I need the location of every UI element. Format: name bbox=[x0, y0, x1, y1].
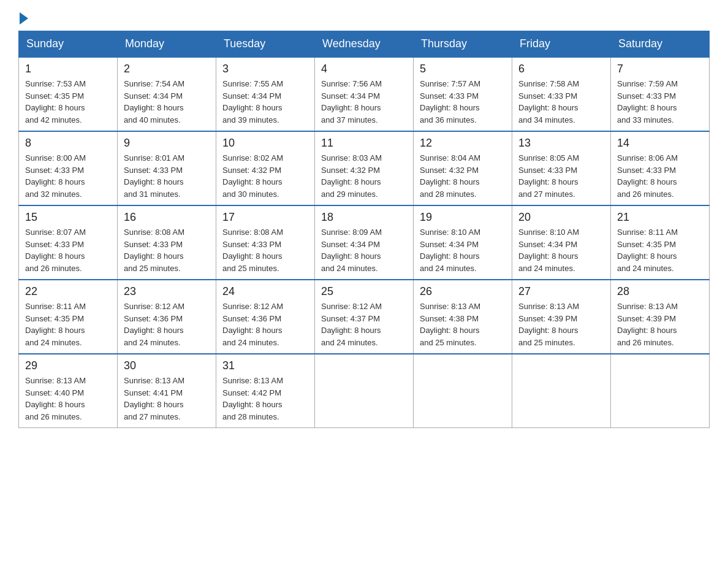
weekday-header-wednesday: Wednesday bbox=[315, 31, 414, 58]
day-info-19: Sunrise: 8:10 AMSunset: 4:34 PMDaylight:… bbox=[420, 226, 506, 274]
day-cell-10: 10Sunrise: 8:02 AMSunset: 4:32 PMDayligh… bbox=[216, 131, 315, 205]
day-cell-5: 5Sunrise: 7:57 AMSunset: 4:33 PMDaylight… bbox=[414, 57, 512, 131]
day-cell-12: 12Sunrise: 8:04 AMSunset: 4:32 PMDayligh… bbox=[414, 131, 512, 205]
calendar-body: 1Sunrise: 7:53 AMSunset: 4:35 PMDaylight… bbox=[19, 57, 710, 428]
day-cell-1: 1Sunrise: 7:53 AMSunset: 4:35 PMDaylight… bbox=[19, 57, 118, 131]
weekday-header-monday: Monday bbox=[118, 31, 216, 58]
day-cell-6: 6Sunrise: 7:58 AMSunset: 4:33 PMDaylight… bbox=[512, 57, 611, 131]
day-cell-14: 14Sunrise: 8:06 AMSunset: 4:33 PMDayligh… bbox=[611, 131, 710, 205]
day-cell-18: 18Sunrise: 8:09 AMSunset: 4:34 PMDayligh… bbox=[315, 205, 414, 280]
day-cell-17: 17Sunrise: 8:08 AMSunset: 4:33 PMDayligh… bbox=[216, 205, 315, 280]
weekday-header-sunday: Sunday bbox=[19, 31, 118, 58]
day-number-28: 28 bbox=[617, 285, 703, 298]
day-cell-27: 27Sunrise: 8:13 AMSunset: 4:39 PMDayligh… bbox=[512, 280, 611, 354]
day-number-30: 30 bbox=[124, 359, 210, 372]
day-info-13: Sunrise: 8:05 AMSunset: 4:33 PMDaylight:… bbox=[518, 152, 604, 200]
calendar-header: SundayMondayTuesdayWednesdayThursdayFrid… bbox=[19, 31, 710, 58]
weekday-header-tuesday: Tuesday bbox=[216, 31, 315, 58]
day-number-1: 1 bbox=[25, 63, 111, 75]
weekday-header-thursday: Thursday bbox=[414, 31, 512, 58]
calendar-table: SundayMondayTuesdayWednesdayThursdayFrid… bbox=[18, 31, 710, 428]
day-info-24: Sunrise: 8:12 AMSunset: 4:36 PMDaylight:… bbox=[222, 301, 308, 348]
week-row-5: 29Sunrise: 8:13 AMSunset: 4:40 PMDayligh… bbox=[19, 354, 710, 428]
day-info-18: Sunrise: 8:09 AMSunset: 4:34 PMDaylight:… bbox=[321, 226, 407, 274]
day-cell-19: 19Sunrise: 8:10 AMSunset: 4:34 PMDayligh… bbox=[414, 205, 512, 280]
day-number-5: 5 bbox=[420, 63, 506, 75]
day-cell-2: 2Sunrise: 7:54 AMSunset: 4:34 PMDaylight… bbox=[118, 57, 216, 131]
day-info-12: Sunrise: 8:04 AMSunset: 4:32 PMDaylight:… bbox=[420, 152, 506, 200]
day-number-16: 16 bbox=[124, 211, 210, 224]
day-number-21: 21 bbox=[617, 211, 703, 224]
day-number-29: 29 bbox=[25, 359, 111, 372]
day-info-21: Sunrise: 8:11 AMSunset: 4:35 PMDaylight:… bbox=[617, 226, 703, 274]
day-cell-7: 7Sunrise: 7:59 AMSunset: 4:33 PMDaylight… bbox=[611, 57, 710, 131]
day-number-14: 14 bbox=[617, 137, 703, 150]
day-number-6: 6 bbox=[518, 63, 604, 75]
day-info-1: Sunrise: 7:53 AMSunset: 4:35 PMDaylight:… bbox=[25, 78, 111, 126]
day-number-11: 11 bbox=[321, 137, 407, 150]
day-info-11: Sunrise: 8:03 AMSunset: 4:32 PMDaylight:… bbox=[321, 152, 407, 200]
week-row-4: 22Sunrise: 8:11 AMSunset: 4:35 PMDayligh… bbox=[19, 280, 710, 354]
day-number-13: 13 bbox=[518, 137, 604, 150]
day-info-9: Sunrise: 8:01 AMSunset: 4:33 PMDaylight:… bbox=[124, 152, 210, 200]
day-cell-3: 3Sunrise: 7:55 AMSunset: 4:34 PMDaylight… bbox=[216, 57, 315, 131]
day-cell-30: 30Sunrise: 8:13 AMSunset: 4:41 PMDayligh… bbox=[118, 354, 216, 428]
weekday-header-saturday: Saturday bbox=[611, 31, 710, 58]
day-number-19: 19 bbox=[420, 211, 506, 224]
day-info-26: Sunrise: 8:13 AMSunset: 4:38 PMDaylight:… bbox=[420, 301, 506, 348]
day-cell-8: 8Sunrise: 8:00 AMSunset: 4:33 PMDaylight… bbox=[19, 131, 118, 205]
day-info-6: Sunrise: 7:58 AMSunset: 4:33 PMDaylight:… bbox=[518, 78, 604, 126]
day-number-3: 3 bbox=[222, 63, 308, 75]
day-cell-29: 29Sunrise: 8:13 AMSunset: 4:40 PMDayligh… bbox=[19, 354, 118, 428]
day-number-4: 4 bbox=[321, 63, 407, 75]
day-number-26: 26 bbox=[420, 285, 506, 298]
day-number-23: 23 bbox=[124, 285, 210, 298]
week-row-1: 1Sunrise: 7:53 AMSunset: 4:35 PMDaylight… bbox=[19, 57, 710, 131]
day-info-3: Sunrise: 7:55 AMSunset: 4:34 PMDaylight:… bbox=[222, 78, 308, 126]
logo-arrow-icon bbox=[20, 12, 28, 25]
day-cell-11: 11Sunrise: 8:03 AMSunset: 4:32 PMDayligh… bbox=[315, 131, 414, 205]
day-info-23: Sunrise: 8:12 AMSunset: 4:36 PMDaylight:… bbox=[124, 301, 210, 348]
day-info-15: Sunrise: 8:07 AMSunset: 4:33 PMDaylight:… bbox=[25, 226, 111, 274]
day-info-4: Sunrise: 7:56 AMSunset: 4:34 PMDaylight:… bbox=[321, 78, 407, 126]
day-number-17: 17 bbox=[222, 211, 308, 224]
empty-cell-4-6 bbox=[611, 354, 710, 428]
weekday-header-row: SundayMondayTuesdayWednesdayThursdayFrid… bbox=[19, 31, 710, 58]
week-row-2: 8Sunrise: 8:00 AMSunset: 4:33 PMDaylight… bbox=[19, 131, 710, 205]
day-info-17: Sunrise: 8:08 AMSunset: 4:33 PMDaylight:… bbox=[222, 226, 308, 274]
day-number-12: 12 bbox=[420, 137, 506, 150]
day-number-10: 10 bbox=[222, 137, 308, 150]
day-cell-25: 25Sunrise: 8:12 AMSunset: 4:37 PMDayligh… bbox=[315, 280, 414, 354]
day-info-10: Sunrise: 8:02 AMSunset: 4:32 PMDaylight:… bbox=[222, 152, 308, 200]
day-info-14: Sunrise: 8:06 AMSunset: 4:33 PMDaylight:… bbox=[617, 152, 703, 200]
weekday-header-friday: Friday bbox=[512, 31, 611, 58]
day-number-31: 31 bbox=[222, 359, 308, 372]
day-cell-22: 22Sunrise: 8:11 AMSunset: 4:35 PMDayligh… bbox=[19, 280, 118, 354]
day-info-25: Sunrise: 8:12 AMSunset: 4:37 PMDaylight:… bbox=[321, 301, 407, 348]
page-header bbox=[18, 12, 710, 25]
logo bbox=[18, 12, 29, 25]
day-info-16: Sunrise: 8:08 AMSunset: 4:33 PMDaylight:… bbox=[124, 226, 210, 274]
day-cell-16: 16Sunrise: 8:08 AMSunset: 4:33 PMDayligh… bbox=[118, 205, 216, 280]
day-number-27: 27 bbox=[518, 285, 604, 298]
day-info-7: Sunrise: 7:59 AMSunset: 4:33 PMDaylight:… bbox=[617, 78, 703, 126]
day-info-20: Sunrise: 8:10 AMSunset: 4:34 PMDaylight:… bbox=[518, 226, 604, 274]
day-info-28: Sunrise: 8:13 AMSunset: 4:39 PMDaylight:… bbox=[617, 301, 703, 348]
empty-cell-4-3 bbox=[315, 354, 414, 428]
day-number-2: 2 bbox=[124, 63, 210, 75]
day-info-29: Sunrise: 8:13 AMSunset: 4:40 PMDaylight:… bbox=[25, 375, 111, 423]
day-number-22: 22 bbox=[25, 285, 111, 298]
day-number-7: 7 bbox=[617, 63, 703, 75]
day-cell-15: 15Sunrise: 8:07 AMSunset: 4:33 PMDayligh… bbox=[19, 205, 118, 280]
day-number-24: 24 bbox=[222, 285, 308, 298]
day-cell-21: 21Sunrise: 8:11 AMSunset: 4:35 PMDayligh… bbox=[611, 205, 710, 280]
empty-cell-4-4 bbox=[414, 354, 512, 428]
day-cell-28: 28Sunrise: 8:13 AMSunset: 4:39 PMDayligh… bbox=[611, 280, 710, 354]
day-number-9: 9 bbox=[124, 137, 210, 150]
day-cell-20: 20Sunrise: 8:10 AMSunset: 4:34 PMDayligh… bbox=[512, 205, 611, 280]
day-number-8: 8 bbox=[25, 137, 111, 150]
day-info-22: Sunrise: 8:11 AMSunset: 4:35 PMDaylight:… bbox=[25, 301, 111, 348]
day-cell-13: 13Sunrise: 8:05 AMSunset: 4:33 PMDayligh… bbox=[512, 131, 611, 205]
day-info-8: Sunrise: 8:00 AMSunset: 4:33 PMDaylight:… bbox=[25, 152, 111, 200]
day-number-18: 18 bbox=[321, 211, 407, 224]
